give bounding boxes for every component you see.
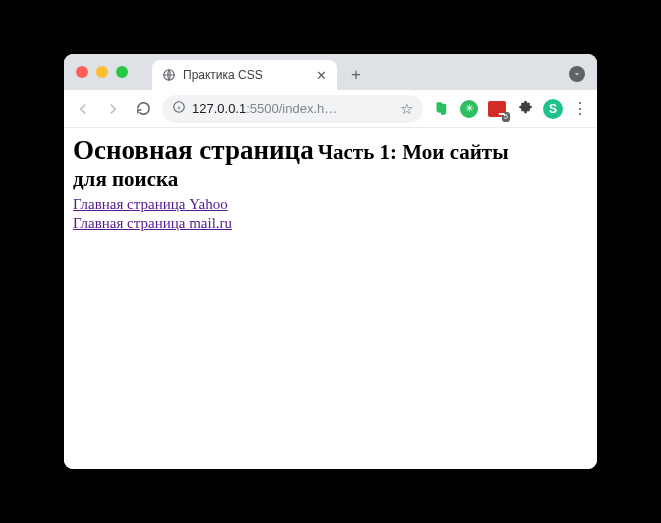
lastpass-extension-icon[interactable]: 5: [487, 99, 507, 119]
back-button[interactable]: [72, 98, 94, 120]
bookmark-star-icon[interactable]: ☆: [400, 100, 413, 118]
heading-main: Основная страница: [73, 135, 314, 165]
tab-title: Практика CSS: [183, 68, 309, 82]
heading-sub-part2: для поиска: [73, 167, 178, 191]
url-text: 127.0.0.1:5500/index.h…: [192, 101, 394, 116]
toolbar: 127.0.0.1:5500/index.h… ☆ ✳ 5 S ⋮: [64, 90, 597, 128]
maximize-window-button[interactable]: [116, 66, 128, 78]
minimize-window-button[interactable]: [96, 66, 108, 78]
link-mailru[interactable]: Главная страница mail.ru: [73, 215, 232, 231]
page-heading: Основная страница Часть 1: Мои сайты для…: [73, 134, 588, 193]
s-extension-icon[interactable]: S: [543, 99, 563, 119]
extensions-puzzle-icon[interactable]: [515, 99, 535, 119]
globe-icon: [162, 68, 176, 82]
page-viewport: Основная страница Часть 1: Мои сайты для…: [64, 128, 597, 469]
heading-sub-part1: Часть 1: Мои сайты: [318, 140, 509, 164]
tab-strip: Практика CSS ✕ +: [64, 54, 597, 90]
link-yahoo[interactable]: Главная страница Yahoo: [73, 196, 228, 212]
reload-button[interactable]: [132, 98, 154, 120]
forward-button[interactable]: [102, 98, 124, 120]
evernote-extension-icon[interactable]: [431, 99, 451, 119]
account-icon[interactable]: [569, 66, 585, 82]
close-tab-button[interactable]: ✕: [316, 68, 327, 83]
browser-menu-button[interactable]: ⋮: [571, 99, 589, 118]
new-tab-button[interactable]: +: [343, 62, 369, 88]
close-window-button[interactable]: [76, 66, 88, 78]
links-block: Главная страница Yahoo Главная страница …: [73, 195, 588, 233]
browser-tab[interactable]: Практика CSS ✕: [152, 60, 337, 90]
browser-window: Практика CSS ✕ + 127.0.0.1:5500/index.h……: [64, 54, 597, 469]
green-extension-icon[interactable]: ✳: [459, 99, 479, 119]
address-bar[interactable]: 127.0.0.1:5500/index.h… ☆: [162, 95, 423, 123]
window-controls: [76, 66, 128, 78]
site-info-icon[interactable]: [172, 100, 186, 117]
